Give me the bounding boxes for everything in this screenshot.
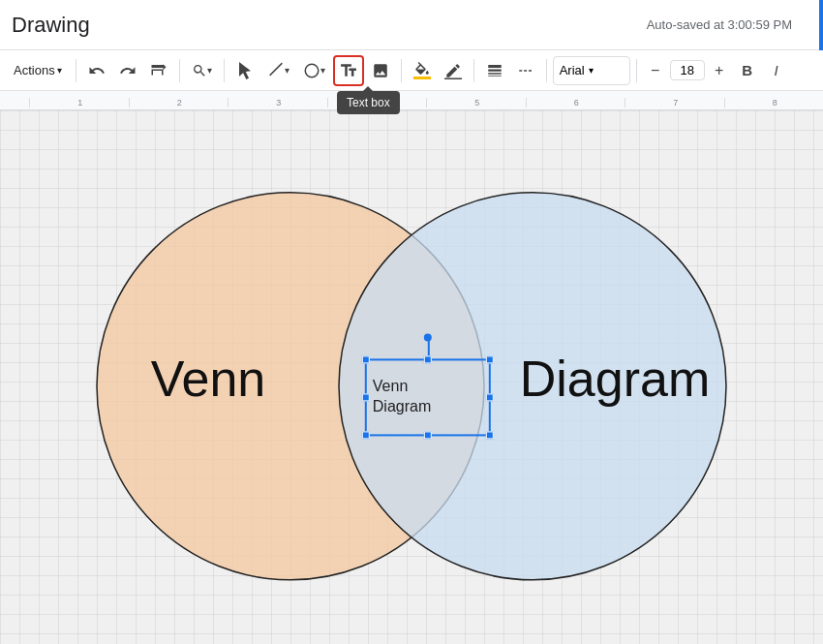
- paint-format-button[interactable]: [144, 55, 173, 86]
- textbox-content[interactable]: Venn Diagram: [373, 377, 431, 417]
- ruler: 1 2 3 4 5 6 7 8: [0, 91, 823, 110]
- textbox-handle-tc[interactable]: [424, 355, 432, 363]
- undo-button[interactable]: [82, 55, 111, 86]
- textbox-button[interactable]: [333, 55, 364, 86]
- ruler-mark: 2: [129, 98, 229, 107]
- ruler-mark: 6: [526, 98, 625, 107]
- textbox-handle-bc[interactable]: [424, 431, 432, 439]
- canvas-area[interactable]: Venn Diagram Venn Diagram: [0, 110, 823, 644]
- decrease-font-size-button[interactable]: −: [643, 58, 668, 83]
- separator-6: [546, 59, 547, 82]
- textbox-handle-tl[interactable]: [362, 355, 370, 363]
- venn-right-label: Diagram: [520, 350, 711, 406]
- ruler-mark: 5: [426, 98, 526, 107]
- fill-color-icon: [413, 62, 431, 79]
- textbox-handle-ml[interactable]: [362, 393, 370, 401]
- textbox-handle-br[interactable]: [486, 431, 494, 439]
- ruler-marks: 1 2 3 4 5 6 7 8: [0, 98, 823, 107]
- separator-3: [224, 59, 225, 82]
- line-button[interactable]: ▾: [261, 55, 295, 86]
- fill-color-button[interactable]: [408, 55, 437, 86]
- zoom-button[interactable]: ▾: [186, 55, 218, 86]
- undo-icon: [88, 62, 106, 79]
- ruler-mark: 3: [228, 98, 327, 107]
- line-color-button[interactable]: [439, 55, 468, 86]
- shape-button[interactable]: ▾: [297, 55, 331, 86]
- increase-font-size-button[interactable]: +: [707, 58, 732, 83]
- line-icon: [267, 62, 285, 79]
- separator-1: [76, 59, 76, 82]
- image-icon: [372, 62, 389, 79]
- separator-7: [636, 59, 637, 82]
- line-dash-icon: [517, 62, 534, 79]
- svg-point-0: [305, 64, 319, 77]
- venn-left-label: Venn: [151, 350, 266, 406]
- font-size-controls: − 18 +: [643, 58, 732, 83]
- zoom-icon: [192, 63, 207, 78]
- line-dash-button[interactable]: [511, 55, 540, 86]
- title-bar: Drawing Auto-saved at 3:00:59 PM: [0, 0, 823, 50]
- textbox-rotate-line: [428, 339, 430, 356]
- ruler-mark: 1: [29, 98, 129, 107]
- autosave-status: Auto-saved at 3:00:59 PM: [647, 17, 792, 32]
- right-accent: [819, 0, 823, 50]
- redo-icon: [119, 62, 137, 79]
- select-button[interactable]: [230, 55, 259, 86]
- font-family-select[interactable]: Arial ▾: [553, 56, 630, 85]
- separator-4: [401, 59, 402, 82]
- textbox-handle-bl[interactable]: [362, 431, 370, 439]
- bold-button[interactable]: B: [734, 55, 761, 86]
- ruler-mark: 4: [327, 98, 427, 107]
- image-button[interactable]: [366, 55, 395, 86]
- redo-button[interactable]: [113, 55, 142, 86]
- italic-button[interactable]: I: [763, 55, 790, 86]
- line-weight-icon: [486, 62, 503, 79]
- line-color-icon: [444, 62, 462, 79]
- toolbar: Actions ▾ ▾ ▾ ▾: [0, 50, 823, 91]
- textbox-handle-mr[interactable]: [486, 393, 494, 401]
- separator-5: [473, 59, 474, 82]
- select-icon: [236, 62, 254, 79]
- shape-icon: [303, 62, 320, 79]
- line-weight-button[interactable]: [480, 55, 509, 86]
- textbox-selected[interactable]: Venn Diagram: [365, 358, 491, 436]
- venn-diagram: Venn Diagram Venn Diagram: [48, 172, 775, 598]
- app-title: Drawing: [12, 13, 90, 38]
- actions-menu-button[interactable]: Actions ▾: [6, 55, 70, 86]
- ruler-mark: 7: [625, 98, 724, 107]
- textbox-icon: [339, 61, 358, 80]
- font-size-value[interactable]: 18: [670, 60, 705, 80]
- ruler-mark: 8: [724, 98, 824, 107]
- paint-format-icon: [150, 62, 168, 79]
- textbox-handle-tr[interactable]: [486, 355, 494, 363]
- separator-2: [179, 59, 180, 82]
